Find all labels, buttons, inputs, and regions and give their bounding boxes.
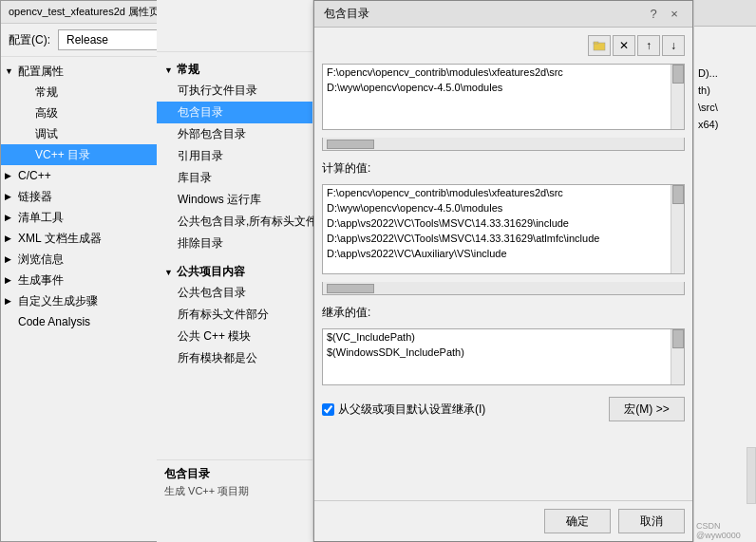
inherited-item-1: $(WindowsSDK_IncludePath) [323, 345, 671, 360]
tree-item-xml-label: XML 文档生成器 [18, 231, 102, 247]
inherit-checkbox[interactable] [322, 403, 334, 416]
menu-public-cpp[interactable]: 公共 C++ 模块 [157, 326, 312, 347]
folder-icon [593, 39, 606, 52]
menu-windows-runtime[interactable]: Windows 运行库 [157, 189, 312, 211]
delete-btn[interactable]: ✕ [613, 35, 635, 56]
hscroll-top[interactable] [322, 138, 685, 151]
tree-item-general-label: 常规 [35, 84, 58, 101]
menu-public-include[interactable]: 公共包含目录 [157, 282, 312, 304]
tree-item-advanced-label: 高级 [35, 105, 58, 121]
arrow-right-icon-cc: ▶ [5, 171, 18, 180]
move-down-btn[interactable]: ↓ [662, 35, 685, 56]
footer-label: 包含目录 [164, 466, 305, 482]
arrow-down-icon: ▼ [5, 66, 18, 76]
vscroll-inherited[interactable] [671, 329, 684, 384]
computed-item-0: F:\opencv\opencv_contrib\modules\xfeatur… [323, 185, 671, 200]
macro-button[interactable]: 宏(M) >> [609, 397, 685, 421]
arrow-right-icon-browse: ▶ [5, 254, 18, 264]
right-item-1: th) [698, 82, 752, 99]
section-public-header[interactable]: ▼ 公共项目内容 [157, 258, 312, 282]
svg-rect-1 [594, 42, 598, 44]
vscroll-computed[interactable] [671, 185, 684, 273]
tree-item-manifest-label: 清单工具 [18, 210, 64, 226]
menu-executable-dir[interactable]: 可执行文件目录 [157, 80, 312, 102]
help-button[interactable]: ? [645, 6, 662, 23]
list-item-1[interactable]: D:\wyw\opencv\opencv-4.5.0\modules [323, 80, 671, 95]
dialog-title-buttons: ? × [645, 6, 683, 23]
menu-all-headers[interactable]: 所有标头文件部分 [157, 304, 312, 326]
inherited-label: 继承的值: [322, 305, 685, 321]
top-list[interactable]: F:\opencv\opencv_contrib\modules\xfeatur… [323, 65, 671, 129]
arrow-right-icon-linker: ▶ [5, 192, 18, 201]
computed-list: F:\opencv\opencv_contrib\modules\xfeatur… [323, 185, 671, 273]
toolbar-row: ✕ ↑ ↓ [322, 35, 685, 56]
cancel-button[interactable]: 取消 [618, 509, 685, 533]
computed-item-1: D:\wyw\opencv\opencv-4.5.0\modules [323, 200, 671, 215]
section-general-header[interactable]: ▼ 常规 [157, 56, 312, 80]
computed-item-4: D:\app\vs2022\VC\Auxiliary\VS\include [323, 246, 671, 261]
hscroll-computed[interactable] [322, 282, 685, 295]
main-window-title: opencv_test_xfeatures2d 属性页 [9, 5, 160, 19]
inherit-row: 从父级或项目默认设置继承(I) 宏(M) >> [322, 397, 685, 421]
arrow-right-icon-build: ▶ [5, 275, 18, 285]
menu-external-include[interactable]: 外部包含目录 [157, 123, 312, 145]
dialog-title-bar: 包含目录 ? × [314, 1, 692, 28]
menu-lib-dir[interactable]: 库目录 [157, 167, 312, 189]
menu-ref-dir[interactable]: 引用目录 [157, 145, 312, 167]
right-item-2: \src\ [698, 99, 752, 116]
confirm-button[interactable]: 确定 [544, 509, 611, 533]
inherited-list-container: $(VC_IncludePath) $(WindowsSDK_IncludePa… [322, 328, 685, 385]
arrow-down-general-icon: ▼ [164, 65, 173, 75]
list-item-0[interactable]: F:\opencv\opencv_contrib\modules\xfeatur… [323, 65, 671, 80]
tree-item-debug-label: 调试 [35, 126, 58, 142]
menu-exclude-dir[interactable]: 排除目录 [157, 233, 312, 254]
inherit-checkbox-label[interactable]: 从父级或项目默认设置继承(I) [322, 402, 485, 418]
menu-all-modules[interactable]: 所有模块都是公 [157, 347, 312, 369]
arrow-right-icon-xml: ▶ [5, 234, 18, 243]
computed-item-3: D:\app\vs2022\VC\Tools\MSVC\14.33.31629\… [323, 231, 671, 246]
right-strip: D)... th) \src\ x64) CSDN @wyw0000 [693, 0, 756, 542]
tree-item-build-events-label: 生成事件 [18, 272, 64, 289]
include-dir-dialog: 包含目录 ? × ✕ ↑ ↓ F:\opencv\opencv_contrib\… [313, 0, 693, 542]
dialog-body: ✕ ↑ ↓ F:\opencv\opencv_contrib\modules\x… [314, 28, 692, 500]
section-public-label: 公共项目内容 [177, 264, 245, 280]
move-up-btn[interactable]: ↑ [637, 35, 660, 56]
menu-source-dir[interactable]: 公共包含目录,所有标头文件部分,公共 C++ 模块,所有模块都是公 [157, 211, 312, 233]
right-scrollbar[interactable] [747, 447, 756, 504]
config-label: 配置(C): [9, 32, 50, 48]
tree-item-browse-label: 浏览信息 [18, 252, 64, 268]
tree-item-vc-dirs-label: VC++ 目录 [35, 147, 90, 163]
tree-item-code-analysis-label: Code Analysis [18, 315, 90, 328]
inherited-item-0: $(VC_IncludePath) [323, 329, 671, 345]
tree-item-cc-label: C/C++ [18, 169, 51, 182]
folder-btn[interactable] [588, 35, 611, 56]
tree-item-custom-steps-label: 自定义生成步骤 [18, 293, 98, 309]
inherited-list: $(VC_IncludePath) $(WindowsSDK_IncludePa… [323, 329, 671, 384]
computed-label: 计算的值: [322, 160, 685, 177]
watermark: CSDN @wyw0000 [696, 521, 756, 540]
section-general-label: 常规 [177, 62, 199, 78]
tree-item-config-props-label: 配置属性 [18, 64, 64, 80]
middle-panel: ▼ 常规 可执行文件目录 包含目录 外部包含目录 引用目录 库目录 Window… [157, 0, 313, 542]
arrow-right-icon-custom: ▶ [5, 296, 18, 306]
top-list-container: F:\opencv\opencv_contrib\modules\xfeatur… [322, 64, 685, 130]
tree-item-linker-label: 链接器 [18, 189, 52, 205]
arrow-right-icon-manifest: ▶ [5, 213, 18, 222]
button-row: 确定 取消 [314, 500, 692, 541]
vscroll-top[interactable] [671, 65, 684, 129]
right-item-0: D)... [698, 65, 752, 82]
footer-desc: 生成 VC++ 项目期 [164, 484, 305, 498]
menu-include-dir[interactable]: 包含目录 [157, 102, 312, 123]
close-button[interactable]: × [666, 6, 683, 23]
computed-list-container: F:\opencv\opencv_contrib\modules\xfeatur… [322, 184, 685, 274]
right-item-3: x64) [698, 116, 752, 133]
arrow-down-public-icon: ▼ [164, 268, 173, 277]
computed-item-2: D:\app\vs2022\VC\Tools\MSVC\14.33.31629\… [323, 215, 671, 231]
dialog-title-text: 包含目录 [324, 6, 369, 22]
